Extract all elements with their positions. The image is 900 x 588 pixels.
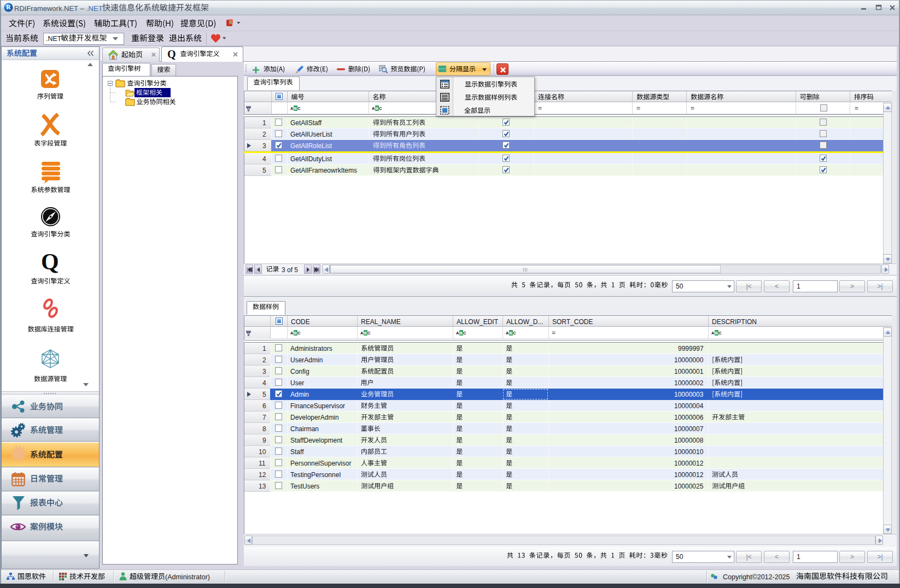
svg-text:R: R bbox=[6, 3, 11, 11]
